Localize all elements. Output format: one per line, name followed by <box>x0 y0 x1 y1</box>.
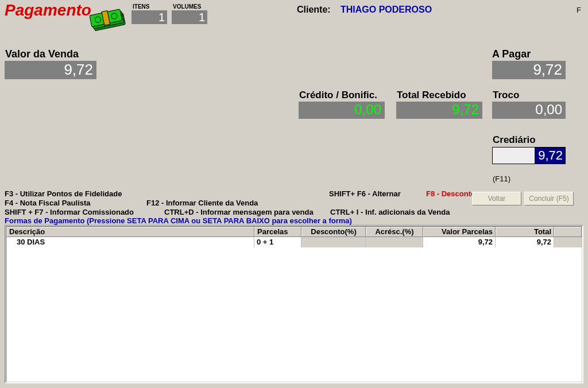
shortcut-f3: F3 - Utilizar Pontos de Fidelidade <box>5 189 122 198</box>
th-desconto[interactable]: Desconto(%) <box>301 227 366 237</box>
f11-label: (F11) <box>493 174 510 183</box>
th-spacer <box>554 227 582 237</box>
credito-bonif-label: Crédito / Bonific. <box>299 90 377 101</box>
volumes-value: 1 <box>172 10 207 24</box>
crediario-value: 9,72 <box>535 148 565 164</box>
valor-venda-label: Valor da Venda <box>5 48 79 60</box>
th-valor-parcelas[interactable]: Valor Parcelas <box>423 227 496 237</box>
shortcut-f4: F4 - Nota Fiscal Paulista <box>5 199 91 207</box>
crediario-input[interactable]: 9,72 <box>492 147 566 164</box>
crediario-label: Crediário <box>493 134 536 146</box>
itens-value: 1 <box>131 10 167 24</box>
valor-venda-value: 9,72 <box>5 61 96 79</box>
payment-forms-table[interactable]: Descrição Parcelas Desconto(%) Acrésc.(%… <box>5 225 583 383</box>
total-recebido-value: 9,72 <box>396 102 482 119</box>
credito-bonif-value: 0,00 <box>299 102 385 119</box>
voltar-button[interactable]: Voltar <box>472 192 521 205</box>
table-header-row: Descrição Parcelas Desconto(%) Acrésc.(%… <box>6 227 582 237</box>
money-stack-icon <box>90 8 130 33</box>
td-descricao: 30 DIAS <box>6 237 254 247</box>
troco-value: 0,00 <box>492 102 566 119</box>
formas-pagamento-label: Formas de Pagamento (Pressione SETA PARA… <box>5 216 352 225</box>
td-spacer <box>554 237 582 247</box>
cliente-name: THIAGO PODEROSO <box>341 5 432 15</box>
top-right-letter: F <box>577 6 581 14</box>
th-descricao[interactable]: Descrição <box>6 227 254 237</box>
td-valor-parcelas: 9,72 <box>423 237 496 247</box>
itens-label: ITENS <box>133 3 149 10</box>
th-total[interactable]: Total <box>496 227 554 237</box>
page-title: Pagamento <box>5 1 91 20</box>
volumes-label: VOLUMES <box>173 3 201 10</box>
td-total: 9,72 <box>496 237 554 247</box>
concluir-button[interactable]: Concluir (F5) <box>524 192 574 205</box>
a-pagar-label: A Pagar <box>492 48 531 60</box>
troco-label: Troco <box>493 90 519 101</box>
shortcut-shift-f7: SHIFT + F7 - Informar Comissionado <box>5 208 134 216</box>
shortcut-shift-f6: SHIFT+ F6 - Alternar <box>329 189 401 198</box>
table-row[interactable]: 30 DIAS 0 + 1 9,72 9,72 <box>6 237 582 247</box>
cliente-label: Cliente: <box>297 5 331 15</box>
th-parcelas[interactable]: Parcelas <box>254 227 301 237</box>
total-recebido-label: Total Recebido <box>397 90 466 101</box>
shortcut-ctrl-i: CTRL+ I - Inf. adicionais da Venda <box>330 208 450 216</box>
th-acresc[interactable]: Acrésc.(%) <box>366 227 423 237</box>
shortcut-ctrl-d: CTRL+D - Informar mensagem para venda <box>164 208 314 216</box>
td-acresc <box>366 237 423 247</box>
td-parcelas: 0 + 1 <box>254 237 301 247</box>
shortcut-f12: F12 - Informar Cliente da Venda <box>146 199 258 207</box>
a-pagar-value: 9,72 <box>492 61 566 79</box>
shortcut-f8: F8 - Desconto <box>426 189 475 198</box>
td-desconto <box>301 237 366 247</box>
